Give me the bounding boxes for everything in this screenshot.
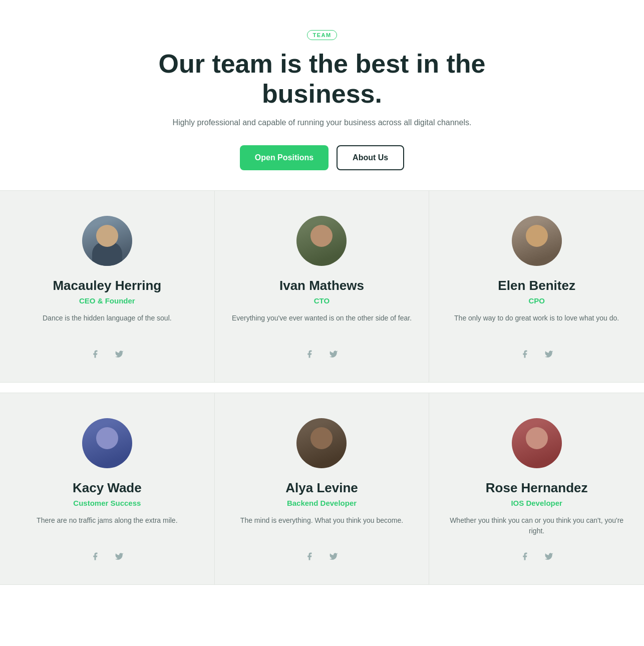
hero-section: TEAM Our team is the best in the busines…: [0, 0, 644, 190]
open-positions-button[interactable]: Open Positions: [240, 145, 329, 170]
hero-title: Our team is the best in the business.: [122, 49, 522, 109]
facebook-icon-macauley[interactable]: [87, 346, 103, 362]
member-role-alya: Backend Developer: [230, 499, 414, 507]
member-name-alya: Alya Levine: [230, 480, 414, 496]
avatar-kacy: [82, 418, 132, 468]
team-card-macauley: Macauley Herring CEO & Founder Dance is …: [0, 191, 215, 382]
avatar-elen: [512, 216, 562, 266]
member-role-rose: IOS Developer: [444, 499, 629, 507]
avatar-macauley: [82, 216, 132, 266]
team-card-elen: Elen Benitez CPO The only way to do grea…: [429, 191, 644, 382]
about-us-button[interactable]: About Us: [337, 145, 404, 170]
twitter-icon-alya[interactable]: [326, 548, 342, 564]
hero-subtitle: Highly professional and capable of runni…: [20, 118, 624, 127]
social-links-ivan: [230, 346, 414, 362]
facebook-icon-kacy[interactable]: [87, 548, 103, 564]
facebook-icon-elen[interactable]: [517, 346, 533, 362]
member-quote-elen: The only way to do great work is to love…: [444, 313, 629, 334]
social-links-rose: [444, 548, 629, 564]
facebook-icon-alya[interactable]: [301, 548, 317, 564]
member-name-rose: Rose Hernandez: [444, 480, 629, 496]
facebook-icon-rose[interactable]: [517, 548, 533, 564]
member-quote-rose: Whether you think you can or you think y…: [444, 515, 629, 536]
avatar-rose: [512, 418, 562, 468]
team-card-alya: Alya Levine Backend Developer The mind i…: [215, 393, 430, 584]
member-role-kacy: Customer Success: [15, 499, 199, 507]
member-role-ivan: CTO: [230, 296, 414, 305]
member-name-elen: Elen Benitez: [444, 278, 629, 293]
member-quote-ivan: Everything you've ever wanted is on the …: [230, 313, 414, 334]
member-name-kacy: Kacy Wade: [15, 480, 199, 496]
twitter-icon-rose[interactable]: [541, 548, 557, 564]
avatar-ivan: [296, 216, 347, 266]
member-name-ivan: Ivan Mathews: [230, 278, 414, 293]
team-row-2: Kacy Wade Customer Success There are no …: [0, 393, 644, 585]
member-name-macauley: Macauley Herring: [15, 278, 199, 293]
member-quote-macauley: Dance is the hidden language of the soul…: [15, 313, 199, 334]
twitter-icon-kacy[interactable]: [111, 548, 127, 564]
avatar-alya: [296, 418, 347, 468]
team-card-kacy: Kacy Wade Customer Success There are no …: [0, 393, 215, 584]
cta-button-group: Open Positions About Us: [20, 145, 624, 170]
team-badge: TEAM: [307, 30, 337, 40]
twitter-icon-macauley[interactable]: [111, 346, 127, 362]
member-quote-alya: The mind is everything. What you think y…: [230, 515, 414, 536]
twitter-icon-ivan[interactable]: [326, 346, 342, 362]
facebook-icon-ivan[interactable]: [301, 346, 317, 362]
member-quote-kacy: There are no traffic jams along the extr…: [15, 515, 199, 536]
team-card-ivan: Ivan Mathews CTO Everything you've ever …: [215, 191, 430, 382]
social-links-macauley: [15, 346, 199, 362]
social-links-alya: [230, 548, 414, 564]
member-role-elen: CPO: [444, 296, 629, 305]
social-links-kacy: [15, 548, 199, 564]
twitter-icon-elen[interactable]: [541, 346, 557, 362]
team-row-1: Macauley Herring CEO & Founder Dance is …: [0, 190, 644, 383]
team-card-rose: Rose Hernandez IOS Developer Whether you…: [429, 393, 644, 584]
page-wrapper: TEAM Our team is the best in the busines…: [0, 0, 644, 625]
social-links-elen: [444, 346, 629, 362]
bottom-spacer: [0, 595, 644, 625]
member-role-macauley: CEO & Founder: [15, 296, 199, 305]
